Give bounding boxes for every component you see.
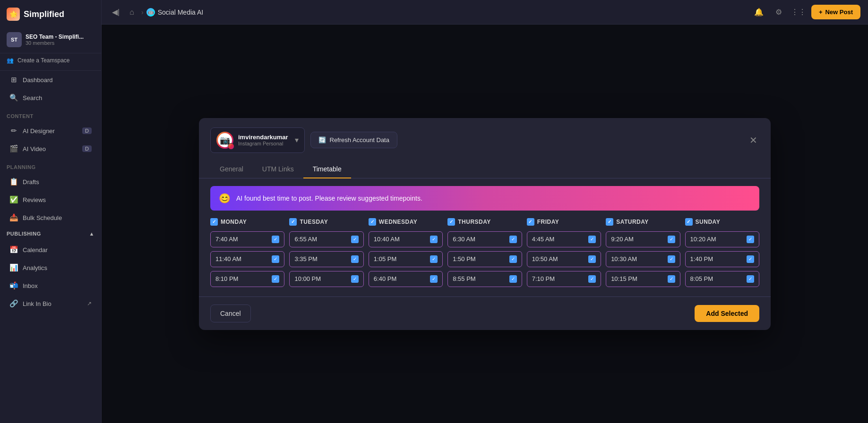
time-check-icon[interactable]: ✓ <box>747 255 754 263</box>
time-check-icon[interactable]: ✓ <box>747 236 754 243</box>
time-slot-wednesday-3[interactable]: 6:40 PM ✓ <box>369 271 443 287</box>
account-selector[interactable]: 📷 imvirendarkumar Instagram Personal ▾ <box>210 127 305 153</box>
sidebar-item-search[interactable]: 🔍 Search <box>3 89 98 106</box>
time-check-icon[interactable]: ✓ <box>430 236 438 243</box>
time-slot-sunday-1[interactable]: 10:20 AM ✓ <box>685 231 759 247</box>
create-teamspace-button[interactable]: 👥 Create a Teamspace <box>0 53 101 71</box>
time-check-icon[interactable]: ✓ <box>430 255 438 263</box>
time-slot-wednesday-2[interactable]: 1:05 PM ✓ <box>369 251 443 267</box>
modal-close-button[interactable]: ✕ <box>748 133 759 148</box>
add-selected-button[interactable]: Add Selected <box>695 305 759 322</box>
saturday-label: SATURDAY <box>616 219 649 225</box>
sidebar-item-ai-video[interactable]: 🎬 AI Video D <box>3 140 98 157</box>
new-post-button[interactable]: + New Post <box>811 5 860 19</box>
time-slot-tuesday-3[interactable]: 10:00 PM ✓ <box>289 271 363 287</box>
time-row-1: 7:40 AM ✓ 6:55 AM ✓ 10:40 AM ✓ <box>210 231 759 247</box>
time-check-icon[interactable]: ✓ <box>588 275 596 283</box>
time-check-icon[interactable]: ✓ <box>509 275 517 283</box>
publishing-section-header[interactable]: Publishing ▲ <box>0 227 101 241</box>
time-slot-tuesday-2[interactable]: 3:35 PM ✓ <box>289 251 363 267</box>
modal-tabs: General UTM Links Timetable <box>199 153 771 178</box>
friday-checkbox[interactable]: ✓ <box>527 218 534 226</box>
publishing-label: Publishing <box>7 231 41 237</box>
time-check-icon[interactable]: ✓ <box>668 236 675 243</box>
sidebar-item-ai-designer[interactable]: ✏ AI Designer D <box>3 122 98 139</box>
time-slot-thursday-3[interactable]: 8:55 PM ✓ <box>447 271 522 287</box>
days-header: ✓ MONDAY ✓ TUESDAY ✓ WEDNESDAY ✓ <box>210 218 759 226</box>
sidebar-item-link-in-bio[interactable]: 🔗 Link In Bio ↗ <box>3 295 98 312</box>
time-slot-wednesday-1[interactable]: 10:40 AM ✓ <box>369 231 443 247</box>
refresh-icon: 🔄 <box>318 136 326 144</box>
friday-label: FRIDAY <box>537 219 559 225</box>
search-icon: 🔍 <box>9 93 18 102</box>
tab-general[interactable]: General <box>210 161 253 178</box>
time-slot-monday-3[interactable]: 8:10 PM ✓ <box>210 271 284 287</box>
tab-utm-links[interactable]: UTM Links <box>253 161 303 178</box>
time-check-icon[interactable]: ✓ <box>588 236 596 243</box>
collapse-sidebar-button[interactable]: ◀| <box>109 6 122 19</box>
dashboard-icon: ⊞ <box>9 76 18 84</box>
sidebar-item-label: AI Designer <box>23 127 55 135</box>
time-check-icon[interactable]: ✓ <box>509 236 517 243</box>
day-monday-header: ✓ MONDAY <box>210 218 284 226</box>
time-slot-friday-1[interactable]: 4:45 AM ✓ <box>527 231 601 247</box>
topbar-actions: 🔔 ⚙ ⋮⋮ + New Post <box>752 5 860 19</box>
time-slot-sunday-3[interactable]: 8:05 PM ✓ <box>685 271 759 287</box>
time-check-icon[interactable]: ✓ <box>272 255 279 263</box>
time-slot-saturday-2[interactable]: 10:30 AM ✓ <box>606 251 680 267</box>
time-check-icon[interactable]: ✓ <box>351 236 359 243</box>
sidebar-item-drafts[interactable]: 📋 Drafts <box>3 173 98 190</box>
sidebar-item-dashboard[interactable]: ⊞ Dashboard <box>3 71 98 88</box>
time-check-icon[interactable]: ✓ <box>668 255 675 263</box>
notifications-button[interactable]: 🔔 <box>752 5 766 19</box>
account-name: imvirendarkumar <box>238 134 288 141</box>
time-slot-tuesday-1[interactable]: 6:55 AM ✓ <box>289 231 363 247</box>
sidebar-item-bulk-schedule[interactable]: 📥 Bulk Schedule <box>3 209 98 226</box>
team-section[interactable]: ST SEO Team - Simplifi... 30 members <box>0 28 101 53</box>
cancel-button[interactable]: Cancel <box>210 305 251 322</box>
monday-checkbox[interactable]: ✓ <box>210 218 218 226</box>
tuesday-checkbox[interactable]: ✓ <box>289 218 297 226</box>
time-value: 11:40 AM <box>215 255 241 262</box>
grid-button[interactable]: ⋮⋮ <box>791 5 806 19</box>
sidebar-item-analytics[interactable]: 📊 Analytics <box>3 259 98 276</box>
social-media-ai-icon: 🤖 <box>146 8 155 17</box>
time-slot-thursday-2[interactable]: 1:50 PM ✓ <box>447 251 522 267</box>
sunday-checkbox[interactable]: ✓ <box>685 218 693 226</box>
tab-timetable[interactable]: Timetable <box>303 161 351 178</box>
time-check-icon[interactable]: ✓ <box>668 275 675 283</box>
wednesday-checkbox[interactable]: ✓ <box>369 218 376 226</box>
team-info: SEO Team - Simplifi... 30 members <box>26 34 95 46</box>
time-slot-friday-3[interactable]: 7:10 PM ✓ <box>527 271 601 287</box>
home-button[interactable]: ⌂ <box>125 6 138 19</box>
app-logo[interactable]: 🌟 Simplified <box>0 0 101 28</box>
time-check-icon[interactable]: ✓ <box>588 255 596 263</box>
time-check-icon[interactable]: ✓ <box>747 275 754 283</box>
time-slot-monday-1[interactable]: 7:40 AM ✓ <box>210 231 284 247</box>
time-slot-monday-2[interactable]: 11:40 AM ✓ <box>210 251 284 267</box>
saturday-checkbox[interactable]: ✓ <box>606 218 613 226</box>
settings-button[interactable]: ⚙ <box>772 5 786 19</box>
sidebar-item-label: Inbox <box>23 282 38 289</box>
time-check-icon[interactable]: ✓ <box>272 236 279 243</box>
time-check-icon[interactable]: ✓ <box>272 275 279 283</box>
plus-icon: 👥 <box>7 57 14 64</box>
time-value: 9:20 AM <box>611 236 634 243</box>
time-slot-saturday-1[interactable]: 9:20 AM ✓ <box>606 231 680 247</box>
time-slot-sunday-2[interactable]: 1:40 PM ✓ <box>685 251 759 267</box>
thursday-checkbox[interactable]: ✓ <box>447 218 455 226</box>
time-check-icon[interactable]: ✓ <box>509 255 517 263</box>
modal-overlay: 📷 imvirendarkumar Instagram Personal ▾ <box>102 25 868 423</box>
time-slot-saturday-3[interactable]: 10:15 PM ✓ <box>606 271 680 287</box>
sidebar-item-calendar[interactable]: 📅 Calendar <box>3 241 98 258</box>
time-check-icon[interactable]: ✓ <box>430 275 438 283</box>
refresh-account-data-button[interactable]: 🔄 Refresh Account Data <box>310 132 397 148</box>
sidebar-item-inbox[interactable]: 📬 Inbox <box>3 277 98 294</box>
sidebar-item-reviews[interactable]: ✅ Reviews <box>3 191 98 208</box>
inbox-icon: 📬 <box>9 281 18 290</box>
time-slot-thursday-1[interactable]: 6:30 AM ✓ <box>447 231 522 247</box>
time-check-icon[interactable]: ✓ <box>351 255 359 263</box>
account-info: imvirendarkumar Instagram Personal <box>238 134 288 146</box>
time-check-icon[interactable]: ✓ <box>351 275 359 283</box>
time-slot-friday-2[interactable]: 10:50 AM ✓ <box>527 251 601 267</box>
